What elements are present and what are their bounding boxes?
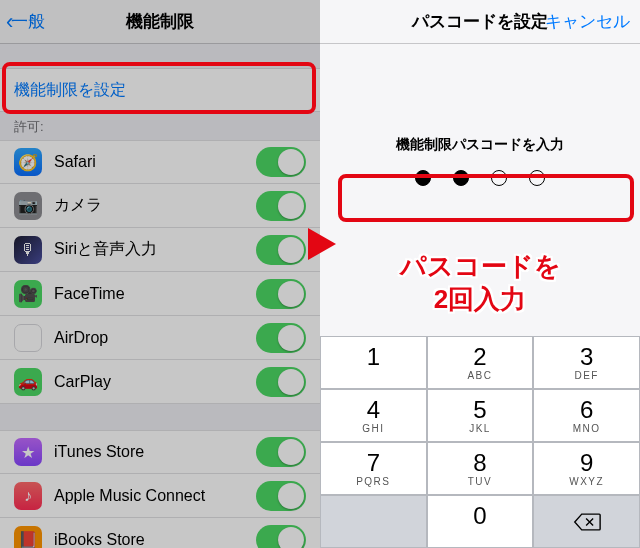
row-label: iBooks Store	[54, 531, 256, 549]
passcode-entry-screen: パスコードを設定 キャンセル 機能制限パスコードを入力 12ABC3DEF4GH…	[320, 0, 640, 548]
settings-table: 機能制限を設定 許可: 🧭Safari📷カメラ🎙Siriと音声入力🎥FaceTi…	[0, 44, 320, 548]
settings-row: ★iTunes Store	[0, 430, 320, 474]
settings-row: ♪Apple Music Connect	[0, 474, 320, 518]
key-digit: 5	[473, 398, 486, 422]
key-letters: TUV	[468, 476, 493, 487]
keypad-key-2[interactable]: 2ABC	[427, 336, 534, 389]
itunes-icon: ★	[14, 438, 42, 466]
key-digit: 9	[580, 451, 593, 475]
passcode-top-area: 機能制限パスコードを入力	[320, 44, 640, 336]
keypad-key-1[interactable]: 1	[320, 336, 427, 389]
keypad-key-9[interactable]: 9WXYZ	[533, 442, 640, 495]
settings-row: 📷カメラ	[0, 184, 320, 228]
key-digit: 3	[580, 345, 593, 369]
left-navbar: ‹ 一般 機能制限	[0, 0, 320, 44]
toggle-switch[interactable]	[256, 323, 306, 353]
applemusic-icon: ♪	[14, 482, 42, 510]
set-restrictions-label: 機能制限を設定	[14, 80, 126, 101]
cancel-label: キャンセル	[545, 10, 630, 33]
cancel-button[interactable]: キャンセル	[545, 0, 630, 43]
key-letters: WXYZ	[569, 476, 604, 487]
key-letters: MNO	[573, 423, 601, 434]
settings-row: 🎙Siriと音声入力	[0, 228, 320, 272]
passcode-instruction: 機能制限パスコードを入力	[396, 136, 564, 154]
key-digit: 2	[473, 345, 486, 369]
passcode-dot	[491, 170, 507, 186]
row-label: Siriと音声入力	[54, 239, 256, 260]
siri-icon: 🎙	[14, 236, 42, 264]
keypad-key-6[interactable]: 6MNO	[533, 389, 640, 442]
allow-section-header: 許可:	[0, 112, 320, 140]
key-digit: 8	[473, 451, 486, 475]
keypad-blank	[320, 495, 427, 548]
keypad-backspace[interactable]	[533, 495, 640, 548]
key-digit: 7	[367, 451, 380, 475]
toggle-switch[interactable]	[256, 481, 306, 511]
keypad-key-5[interactable]: 5JKL	[427, 389, 534, 442]
toggle-switch[interactable]	[256, 279, 306, 309]
row-label: Safari	[54, 153, 256, 171]
key-digit: 4	[367, 398, 380, 422]
settings-row: 📕iBooks Store	[0, 518, 320, 548]
carplay-icon: 🚗	[14, 368, 42, 396]
right-page-title: パスコードを設定	[412, 10, 548, 33]
toggle-switch[interactable]	[256, 437, 306, 467]
facetime-icon: 🎥	[14, 280, 42, 308]
toggle-switch[interactable]	[256, 191, 306, 221]
keypad-key-0[interactable]: 0	[427, 495, 534, 548]
keypad-key-3[interactable]: 3DEF	[533, 336, 640, 389]
settings-row: 🧭Safari	[0, 140, 320, 184]
key-letters: JKL	[469, 423, 491, 434]
right-navbar: パスコードを設定 キャンセル	[320, 0, 640, 44]
back-button[interactable]: ‹ 一般	[6, 0, 45, 43]
passcode-dot	[529, 170, 545, 186]
ibooks-icon: 📕	[14, 526, 42, 549]
key-digit: 1	[367, 345, 380, 369]
set-restrictions-cell[interactable]: 機能制限を設定	[0, 68, 320, 112]
keypad-key-4[interactable]: 4GHI	[320, 389, 427, 442]
key-digit: 6	[580, 398, 593, 422]
toggle-switch[interactable]	[256, 147, 306, 177]
toggle-switch[interactable]	[256, 367, 306, 397]
airdrop-icon: ◎	[14, 324, 42, 352]
numeric-keypad: 12ABC3DEF4GHI5JKL6MNO7PQRS8TUV9WXYZ0	[320, 336, 640, 548]
restrictions-settings-screen: ‹ 一般 機能制限 機能制限を設定 許可: 🧭Safari📷カメラ🎙Siriと音…	[0, 0, 320, 548]
passcode-dot	[453, 170, 469, 186]
passcode-dots	[415, 170, 545, 186]
row-label: FaceTime	[54, 285, 256, 303]
allow-group-a: 🧭Safari📷カメラ🎙Siriと音声入力🎥FaceTime◎AirDrop🚗C…	[0, 140, 320, 404]
key-letters: ABC	[467, 370, 492, 381]
passcode-dot	[415, 170, 431, 186]
back-label: 一般	[11, 10, 45, 33]
settings-row: 🚗CarPlay	[0, 360, 320, 404]
toggle-switch[interactable]	[256, 235, 306, 265]
key-letters: DEF	[574, 370, 599, 381]
row-label: iTunes Store	[54, 443, 256, 461]
key-letters: GHI	[362, 423, 384, 434]
keypad-key-7[interactable]: 7PQRS	[320, 442, 427, 495]
row-label: AirDrop	[54, 329, 256, 347]
camera-icon: 📷	[14, 192, 42, 220]
safari-icon: 🧭	[14, 148, 42, 176]
keypad-key-8[interactable]: 8TUV	[427, 442, 534, 495]
row-label: Apple Music Connect	[54, 487, 256, 505]
toggle-switch[interactable]	[256, 525, 306, 549]
backspace-icon	[573, 512, 601, 532]
left-page-title: 機能制限	[126, 10, 194, 33]
key-letters: PQRS	[356, 476, 390, 487]
allow-group-b: ★iTunes Store♪Apple Music Connect📕iBooks…	[0, 430, 320, 548]
key-digit: 0	[473, 504, 486, 528]
settings-row: 🎥FaceTime	[0, 272, 320, 316]
settings-row: ◎AirDrop	[0, 316, 320, 360]
row-label: カメラ	[54, 195, 256, 216]
row-label: CarPlay	[54, 373, 256, 391]
